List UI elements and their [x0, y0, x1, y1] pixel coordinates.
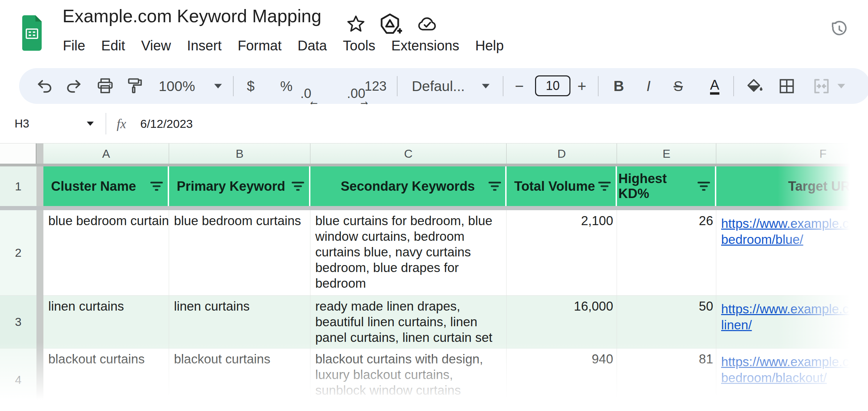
more-formats-button[interactable]: 123: [365, 79, 386, 93]
fill-color-icon[interactable]: [745, 77, 763, 95]
row-header-4[interactable]: 4: [0, 348, 36, 411]
app-header: Example.com Keyword Mapping File Edit Vi…: [0, 0, 868, 68]
cell-primary-keyword[interactable]: linen curtains: [169, 296, 310, 348]
version-history-icon[interactable]: [829, 19, 849, 39]
table-row: 2 blue bedroom curtains blue bedroom cur…: [0, 210, 868, 296]
cell-primary-keyword[interactable]: blackout curtains: [169, 348, 310, 411]
merge-cells-icon[interactable]: [812, 77, 831, 95]
toolbar-separator: [233, 76, 234, 96]
frozen-pane-divider-vertical: [36, 296, 43, 348]
header-cell-target-url[interactable]: Target URL: [716, 166, 868, 206]
menu-item-edit[interactable]: Edit: [93, 35, 133, 56]
menu-item-extensions[interactable]: Extensions: [383, 35, 467, 56]
cell-secondary-keywords[interactable]: ready made linen drapes, beautiful linen…: [310, 296, 507, 348]
header-cell-primary-keyword[interactable]: Primary Keyword: [169, 166, 310, 206]
move-to-drive-icon[interactable]: [378, 12, 402, 36]
target-url-link[interactable]: https://www.example.com/: [721, 354, 868, 370]
cell-total-volume[interactable]: 940: [507, 348, 617, 411]
zoom-select[interactable]: 100%: [159, 78, 195, 94]
column-header-f[interactable]: F: [716, 143, 868, 164]
toolbar: 100% $ % .0← .00→ 123 Defaul... − 10 + B…: [19, 68, 868, 104]
header-cell-total-volume[interactable]: Total Volume: [507, 166, 617, 206]
borders-icon[interactable]: [778, 77, 796, 95]
cell-secondary-keywords[interactable]: blackout curtains with design, luxury bl…: [310, 348, 507, 411]
toolbar-separator: [397, 76, 398, 96]
filter-icon[interactable]: [150, 182, 163, 191]
header-cell-highest-kd[interactable]: Highest KD%: [617, 166, 716, 206]
zoom-caret-icon[interactable]: [214, 84, 222, 88]
header-cell-secondary-keywords[interactable]: Secondary Keywords: [310, 166, 507, 206]
row-header-3[interactable]: 3: [0, 296, 36, 348]
menu-item-tools[interactable]: Tools: [335, 35, 383, 56]
name-box[interactable]: H3: [15, 117, 29, 130]
cell-highest-kd[interactable]: 26: [617, 210, 716, 296]
menu-item-file[interactable]: File: [55, 35, 93, 56]
undo-icon[interactable]: [36, 77, 53, 95]
cell-cluster-name[interactable]: blue bedroom curtains: [43, 210, 169, 296]
menu-item-view[interactable]: View: [133, 35, 179, 56]
header-strip-border: [0, 164, 868, 166]
cell-primary-keyword[interactable]: blue bedroom curtains: [169, 210, 310, 296]
target-url-link[interactable]: bedroom/blue/: [721, 232, 868, 248]
cloud-saved-icon[interactable]: [414, 14, 440, 34]
cell-target-url[interactable]: https://www.example.com/ bedroom/blackou…: [716, 348, 868, 411]
menu-item-help[interactable]: Help: [467, 35, 512, 56]
font-caret-icon[interactable]: [482, 84, 490, 88]
merge-caret-icon[interactable]: [837, 84, 845, 88]
target-url-link[interactable]: https://www.example.com/: [721, 301, 868, 317]
select-all-corner[interactable]: [0, 143, 36, 164]
header-cell-cluster-name[interactable]: Cluster Name: [43, 166, 169, 206]
font-select[interactable]: Defaul...: [412, 78, 465, 94]
target-url-link[interactable]: bedroom/blackout/: [721, 370, 868, 386]
document-title[interactable]: Example.com Keyword Mapping: [62, 5, 322, 27]
cell-target-url[interactable]: https://www.example.com/ bedroom/blue/: [716, 210, 868, 296]
italic-button[interactable]: I: [646, 78, 651, 94]
format-currency-button[interactable]: $: [247, 78, 254, 94]
cell-target-url[interactable]: https://www.example.com/ linen/: [716, 296, 868, 348]
filter-icon[interactable]: [598, 182, 611, 191]
formula-bar: H3 fx 6/12/2023: [0, 104, 868, 143]
cell-cluster-name[interactable]: linen curtains: [43, 296, 169, 348]
column-header-b[interactable]: B: [169, 143, 310, 164]
cell-highest-kd[interactable]: 81: [617, 348, 716, 411]
print-icon[interactable]: [96, 77, 114, 95]
column-header-d[interactable]: D: [507, 143, 617, 164]
toolbar-separator: [733, 76, 734, 96]
increase-font-size-button[interactable]: +: [577, 77, 586, 95]
frozen-row-divider: [0, 206, 868, 210]
row-header-1[interactable]: 1: [0, 166, 36, 206]
cell-cluster-name[interactable]: blackout curtains: [43, 348, 169, 411]
column-header-e[interactable]: E: [617, 143, 716, 164]
toolbar-separator: [598, 76, 599, 96]
increase-decimal-button[interactable]: .00→: [347, 86, 365, 101]
menu-item-format[interactable]: Format: [229, 35, 290, 56]
filter-icon[interactable]: [698, 182, 710, 191]
row-header-2[interactable]: 2: [0, 210, 36, 296]
target-url-link[interactable]: https://www.example.com/: [721, 216, 868, 232]
target-url-link[interactable]: linen/: [721, 317, 868, 333]
format-percent-button[interactable]: %: [280, 78, 293, 94]
cell-secondary-keywords[interactable]: blue curtains for bedroom, blue window c…: [310, 210, 507, 296]
column-header-a[interactable]: A: [43, 143, 169, 164]
column-header-c[interactable]: C: [310, 143, 507, 164]
text-color-button[interactable]: A: [710, 77, 719, 94]
strikethrough-button[interactable]: S: [674, 78, 683, 94]
filter-icon[interactable]: [489, 182, 501, 191]
cell-total-volume[interactable]: 2,100: [507, 210, 617, 296]
bold-button[interactable]: B: [614, 78, 624, 94]
menu-item-data[interactable]: Data: [290, 35, 335, 56]
filter-icon[interactable]: [292, 182, 304, 191]
cell-highest-kd[interactable]: 50: [617, 296, 716, 348]
decrease-decimal-button[interactable]: .0←: [300, 86, 315, 101]
cell-total-volume[interactable]: 16,000: [507, 296, 617, 348]
formula-input[interactable]: 6/12/2023: [140, 117, 193, 131]
decrease-font-size-button[interactable]: −: [515, 77, 524, 95]
paint-format-icon[interactable]: [125, 77, 143, 95]
redo-icon[interactable]: [65, 77, 83, 95]
name-box-caret-icon[interactable]: [87, 122, 94, 126]
sheets-logo-icon[interactable]: [22, 15, 42, 51]
star-icon[interactable]: [346, 14, 366, 34]
menu-item-insert[interactable]: Insert: [179, 35, 229, 56]
frozen-pane-divider-vertical: [36, 143, 43, 164]
font-size-input[interactable]: 10: [535, 75, 570, 96]
